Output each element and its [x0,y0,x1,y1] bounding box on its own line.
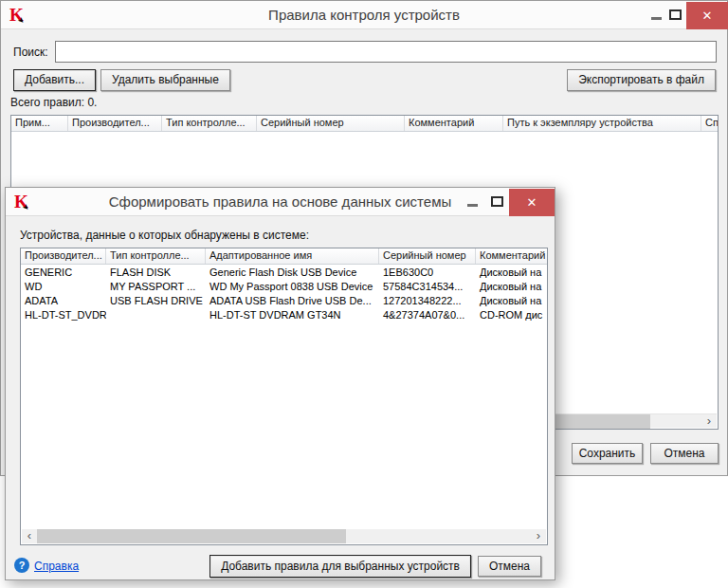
cell-comment: Дисковый на [476,281,547,295]
save-button[interactable]: Сохранить [572,443,643,464]
devices-detected-label: Устройства, данные о которых обнаружены … [20,229,309,242]
device-row[interactable]: ADATA USB FLASH DRIVE ADATA USB Flash Dr… [21,295,547,309]
cell-friendly-name: HL-DT-ST DVDRAM GT34N [206,309,379,323]
cell-manufacturer: HL-DT-ST_DVDR... [21,309,106,323]
cell-serial: 4&27374A07&0... [379,309,476,323]
maximize-icon[interactable] [669,9,682,20]
search-input[interactable] [55,41,717,63]
cell-controller-type [106,309,206,323]
kaspersky-logo-icon: K ➤ [9,7,28,26]
cell-serial: 57584C314534... [379,281,476,295]
hscroll-thumb[interactable] [37,529,346,543]
column-header[interactable]: Путь к экземпляру устройства [503,116,701,131]
cell-manufacturer: WD [21,281,106,295]
add-rules-for-selected-button[interactable]: Добавить правила для выбранных устройств [209,555,471,578]
column-header[interactable]: Производител... [68,116,162,131]
column-header[interactable]: Комментарий [476,248,547,264]
minimize-icon[interactable] [651,17,662,20]
cell-friendly-name: WD My Passport 0838 USB Device [206,281,379,295]
cell-comment: CD-ROM дис [476,309,547,323]
add-button[interactable]: Добавить... [13,69,96,91]
delete-selected-button[interactable]: Удалить выбранные [100,69,230,91]
cell-serial: 1EB630C0 [379,266,476,281]
cell-friendly-name: Generic Flash Disk USB Device [206,266,379,281]
export-to-file-button[interactable]: Экспортировать в файл [567,69,716,91]
main-titlebar[interactable]: K ➤ Правила контроля устройств ✕ [1,1,727,29]
screen: K ➤ Правила контроля устройств ✕ Поиск: … [0,0,728,588]
kaspersky-logo-icon: K ➤ [14,193,33,212]
cell-controller-type: USB FLASH DRIVE [106,295,206,309]
column-header[interactable]: Комментарий [405,116,503,131]
column-header[interactable]: Тип контролле... [106,248,206,264]
device-row[interactable]: WD MY PASSPORT ... WD My Passport 0838 U… [21,281,547,295]
column-header[interactable]: Серийный номер [379,248,476,264]
scroll-right-icon[interactable]: › [531,529,546,543]
cell-controller-type: MY PASSPORT ... [106,281,206,295]
devices-table-header[interactable]: Производител... Тип контролле... Адаптир… [21,248,547,265]
cell-comment: Дисковый на [476,266,547,281]
close-icon[interactable]: ✕ [686,2,728,29]
main-window-title: Правила контроля устройств [1,7,727,23]
help-link[interactable]: Справка [34,560,79,573]
column-header[interactable]: Производител... [21,248,106,264]
column-header[interactable]: Тип контролле... [162,116,257,131]
cell-comment: Дисковый на [476,295,547,309]
search-label: Поиск: [13,46,48,59]
generate-rules-dialog: K ➤ Сформировать правила на основе данны… [5,187,555,580]
scroll-left-icon[interactable]: ‹ [22,529,37,543]
device-row[interactable]: HL-DT-ST_DVDR... HL-DT-ST DVDRAM GT34N 4… [21,309,547,323]
rules-table-header[interactable]: Прим... Производител... Тип контролле...… [11,116,718,132]
total-rules-label: Всего правил: 0. [10,96,97,109]
minimize-icon[interactable] [467,204,478,207]
column-header[interactable]: Адаптированное имя [206,248,379,264]
cell-controller-type: FLASH DISK [106,266,206,281]
cancel-button[interactable]: Отмена [650,443,719,464]
scroll-right-icon[interactable]: › [701,414,717,429]
help-icon[interactable]: ? [14,558,29,573]
cell-serial: 127201348222... [379,295,476,309]
column-header[interactable]: Прим... [11,116,68,131]
close-icon[interactable]: ✕ [509,189,555,216]
dialog-cancel-button[interactable]: Отмена [478,556,541,577]
column-header[interactable]: Спосо [701,116,718,131]
device-row[interactable]: GENERIC FLASH DISK Generic Flash Disk US… [21,266,547,281]
devices-table-hscrollbar[interactable]: ‹ › [22,529,546,543]
column-header[interactable]: Серийный номер [257,116,405,131]
cell-manufacturer: GENERIC [21,266,106,281]
cell-friendly-name: ADATA USB Flash Drive USB De... [206,295,379,309]
devices-table[interactable]: Производител... Тип контролле... Адаптир… [20,248,548,545]
dialog-title: Сформировать правила на основе данных си… [6,193,555,210]
cell-manufacturer: ADATA [21,295,106,309]
dialog-titlebar[interactable]: K ➤ Сформировать правила на основе данны… [6,188,555,216]
maximize-icon[interactable] [491,196,503,207]
